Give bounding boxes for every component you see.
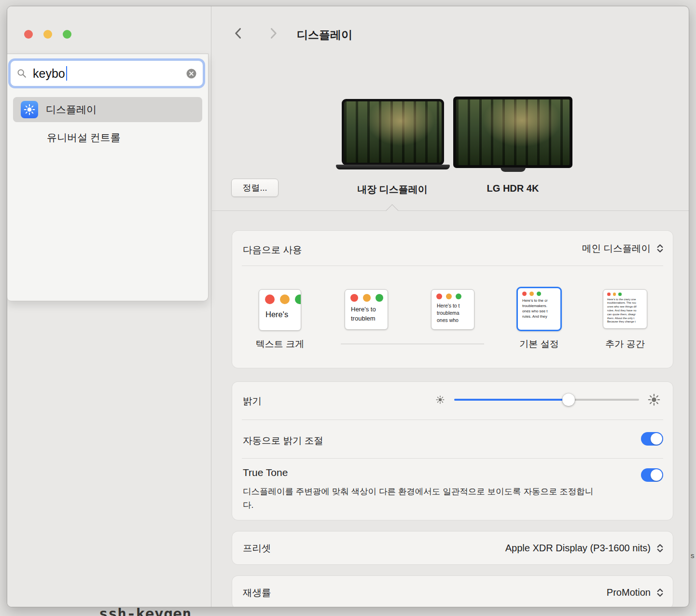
search-result-displays[interactable]: 디스플레이	[13, 97, 202, 122]
refresh-rate-dropdown[interactable]: ProMotion	[607, 576, 665, 607]
window-dots	[259, 290, 301, 304]
wallpaper-preview	[456, 99, 570, 165]
brightness-panel: 밝기 자동으로 밝기 조절 True Tone 디스플레이를 주변광에 맞춰 색…	[232, 382, 673, 520]
display-brightness-icon	[21, 101, 38, 118]
search-query-text: keybo	[33, 67, 65, 81]
window-dots	[432, 290, 474, 299]
use-as-value: 메인 디스플레이	[582, 242, 651, 255]
system-settings-window: keybo 디스플레이 유니버설 컨트롤 디스플레이	[7, 6, 689, 607]
row-divider	[242, 266, 663, 266]
scaling-option-2[interactable]: Here's to troublem	[345, 289, 388, 330]
clear-search-icon[interactable]	[186, 68, 197, 79]
brightness-slider-knob[interactable]	[562, 393, 575, 406]
window-dots	[518, 288, 560, 296]
external-display-thumbnail[interactable]	[453, 97, 572, 168]
chevron-up-down-icon	[655, 243, 665, 253]
refresh-rate-panel: 재생률 ProMotion	[232, 576, 673, 607]
brightness-low-icon	[436, 395, 445, 404]
search-result-label: 유니버설 컨트롤	[47, 131, 121, 144]
search-icon	[16, 68, 27, 79]
true-tone-label: True Tone	[243, 467, 288, 478]
window-dots	[345, 290, 388, 302]
window-dots	[603, 290, 647, 296]
scaling-label-default: 기본 설정	[503, 338, 575, 350]
preset-value: Apple XDR Display (P3-1600 nits)	[505, 543, 651, 554]
arrange-button[interactable]: 정렬...	[231, 179, 278, 197]
sidebar: keybo 디스플레이 유니버설 컨트롤	[7, 6, 211, 607]
chevron-up-down-icon	[655, 543, 665, 553]
selected-display-caret	[386, 204, 399, 217]
page-title: 디스플레이	[297, 28, 352, 42]
preset-label: 프리셋	[243, 542, 271, 555]
preset-panel: 프리셋 Apple XDR Display (P3-1600 nits)	[232, 532, 673, 564]
scaling-preview-text: Here's to the cr troublemakers. ones who…	[518, 296, 560, 320]
wallpaper-preview	[344, 101, 442, 163]
auto-brightness-label: 자동으로 밝기 조절	[243, 434, 323, 447]
monitor-stand	[501, 168, 526, 172]
builtin-display-thumbnail[interactable]	[342, 99, 444, 165]
section-divider	[212, 210, 689, 211]
chevron-up-down-icon	[655, 588, 665, 598]
use-as-dropdown[interactable]: 메인 디스플레이	[582, 231, 665, 266]
search-results-popover: keybo 디스플레이 유니버설 컨트롤	[7, 54, 209, 301]
brightness-label: 밝기	[243, 394, 262, 407]
scaling-option-3[interactable]: Here's to t troublema ones who	[431, 289, 474, 330]
true-tone-toggle[interactable]	[641, 468, 663, 482]
refresh-rate-label: 재생률	[243, 586, 271, 599]
scaling-track-line	[341, 344, 484, 344]
row-divider	[242, 458, 663, 459]
back-button[interactable]	[232, 27, 245, 40]
scaling-preview-text: Here's to the crazy one troublemakers. T…	[603, 296, 647, 324]
forward-button[interactable]	[266, 27, 280, 40]
macbook-base	[336, 165, 450, 169]
search-result-label: 디스플레이	[46, 103, 97, 116]
builtin-display-label: 내장 디스플레이	[332, 183, 453, 196]
external-display-label: LG HDR 4K	[453, 183, 572, 194]
brightness-high-icon	[648, 393, 660, 406]
scaling-option-default[interactable]: Here's to the cr troublemakers. ones who…	[516, 287, 562, 331]
zoom-button[interactable]	[63, 30, 71, 39]
scaling-preview-text: Here's to t troublema ones who	[432, 299, 474, 324]
row-divider	[242, 420, 663, 420]
background-edge-text: s	[691, 551, 695, 560]
true-tone-description: 디스플레이를 주변광에 맞춰 색상이 다른 환경에서도 일관적으로 보이도록 자…	[243, 485, 600, 512]
search-input[interactable]: keybo	[10, 60, 203, 86]
scaling-preview-text: Here's to troublem	[345, 302, 388, 323]
scaling-preview-text: Here's	[259, 304, 301, 319]
brightness-slider-fill	[454, 399, 569, 401]
preset-dropdown[interactable]: Apple XDR Display (P3-1600 nits)	[505, 532, 665, 564]
refresh-rate-value: ProMotion	[607, 587, 651, 598]
text-caret	[66, 66, 67, 81]
use-as-label: 다음으로 사용	[243, 243, 302, 256]
search-result-universal-control[interactable]: 유니버설 컨트롤	[13, 126, 202, 149]
scaling-option-larger-text[interactable]: Here's	[259, 289, 301, 331]
desktop: ssh-keygen s keybo 디스플레이	[0, 0, 696, 616]
display-mode-panel: 다음으로 사용 메인 디스플레이 Here's Here's to troubl…	[232, 231, 673, 368]
minimize-button[interactable]	[43, 30, 52, 39]
close-button[interactable]	[24, 30, 33, 39]
brightness-slider[interactable]	[454, 399, 639, 401]
scaling-label-larger-text: 텍스트 크게	[244, 338, 316, 350]
auto-brightness-toggle[interactable]	[641, 432, 663, 446]
scaling-option-more-space[interactable]: Here's to the crazy one troublemakers. T…	[603, 289, 647, 329]
scaling-label-more-space: 추가 공간	[589, 338, 661, 350]
